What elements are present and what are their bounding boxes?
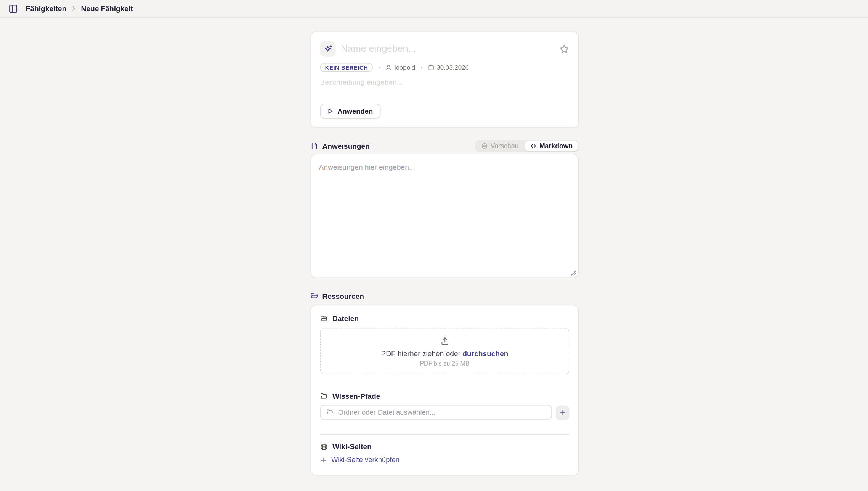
instructions-title: Anweisungen [322,142,369,150]
separator-dot: · [378,63,380,71]
chevron-right-icon [70,5,77,12]
sidebar-toggle-button[interactable] [8,4,18,13]
instructions-placeholder: Anweisungen hier eingeben... [319,163,415,171]
star-icon [559,44,570,54]
play-icon [327,108,334,115]
path-select-input[interactable] [338,408,546,416]
drop-instruction: PDF hierher ziehen oder durchsuchen [381,349,508,357]
resize-handle[interactable] [571,270,577,276]
separator-dot: · [420,63,423,71]
folder-icon [320,315,328,323]
resources-card: Dateien PDF hierher ziehen oder durchsuc… [310,305,579,475]
breadcrumb-current: Neue Fähigkeit [81,4,133,13]
skill-header-card: KEIN BEREICH · leopold · 30.03.2026 [310,31,579,128]
divider [320,434,570,434]
resize-grip-icon [571,270,577,276]
link-wiki-page-label: Wiki-Seite verknüpfen [331,456,400,464]
drop-text: PDF hierher ziehen oder [381,349,462,357]
resources-section-head: Ressourcen [310,290,579,301]
resources-title: Ressourcen [322,292,364,300]
skill-description-input[interactable] [320,78,570,87]
author-name: leopold [395,64,416,71]
preview-toggle-label: Vorschau [491,142,519,150]
ai-generate-button[interactable] [320,41,336,57]
globe-icon [320,443,328,451]
title-row [320,41,570,57]
favorite-button[interactable] [559,44,570,54]
main-content: KEIN BEREICH · leopold · 30.03.2026 [0,31,868,475]
instructions-section-head: Anweisungen Vorschau Markdown [310,140,579,151]
instructions-title-group: Anweisungen [310,142,369,150]
code-icon [530,143,537,149]
breadcrumb: Fähigkeiten Neue Fähigkeit [26,4,133,13]
markdown-toggle-button[interactable]: Markdown [525,141,578,151]
apply-button[interactable]: Anwenden [320,104,381,118]
knowledge-paths-title: Wissen-Pfade [332,392,380,400]
browse-link[interactable]: durchsuchen [462,349,508,357]
knowledge-paths-sub-head: Wissen-Pfade [320,392,570,400]
preview-icon [481,143,488,149]
preview-toggle-button[interactable]: Vorschau [476,141,523,151]
path-select-field[interactable] [320,405,552,420]
wiki-title: Wiki-Seiten [332,443,372,451]
area-badge[interactable]: KEIN BEREICH [320,63,373,72]
user-icon [385,64,392,71]
author-meta: leopold [385,64,415,71]
drop-hint: PDF bis zu 25 MB [420,359,470,366]
date-meta: 30.03.2026 [428,64,469,71]
resources-title-group: Ressourcen [310,292,364,300]
pdf-dropzone[interactable]: PDF hierher ziehen oder durchsuchen PDF … [320,328,570,374]
apply-button-label: Anwenden [337,107,373,115]
sparkles-icon [323,44,333,54]
add-path-button[interactable] [556,405,569,420]
skill-name-input[interactable] [341,43,554,54]
folder-open-icon [310,292,318,300]
calendar-icon [428,64,435,71]
link-wiki-page-button[interactable]: Wiki-Seite verknüpfen [320,456,400,464]
breadcrumb-parent[interactable]: Fähigkeiten [26,4,66,13]
app-window: Fähigkeiten Neue Fähigkeit [0,0,868,491]
plus-icon [559,409,566,416]
editor-mode-toggle: Vorschau Markdown [475,140,579,152]
panel-left-icon [8,4,18,13]
folder-icon [320,392,328,400]
files-title: Dateien [332,314,359,323]
instructions-editor[interactable]: Anweisungen hier eingeben... [310,154,579,278]
file-text-icon [310,142,318,150]
knowledge-path-row [320,405,570,420]
folder-icon [326,409,334,416]
plus-icon [320,456,327,464]
upload-icon [440,336,449,345]
files-sub-head: Dateien [320,314,570,323]
meta-row: KEIN BEREICH · leopold · 30.03.2026 [320,63,570,72]
date-value: 30.03.2026 [436,64,469,71]
top-bar: Fähigkeiten Neue Fähigkeit [0,0,868,18]
wiki-sub-head: Wiki-Seiten [320,443,570,451]
markdown-toggle-label: Markdown [539,142,573,150]
